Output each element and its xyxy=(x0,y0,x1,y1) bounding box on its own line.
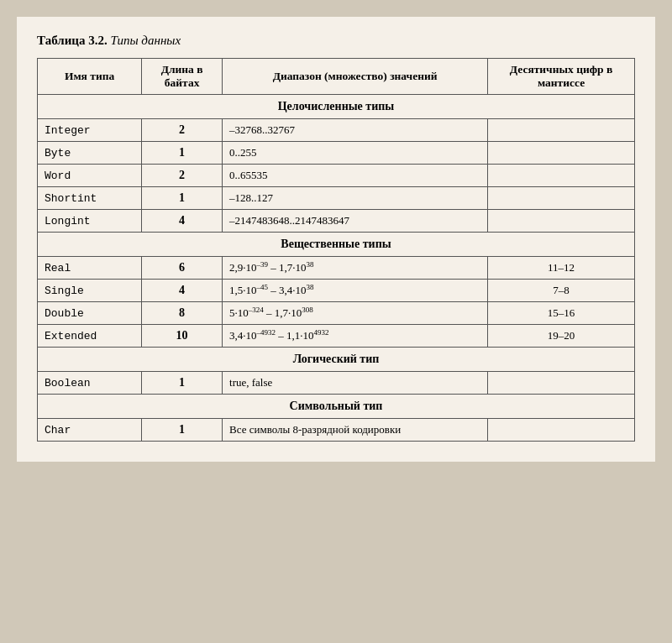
page: Таблица 3.2. Типы данных Имя типа Длина … xyxy=(17,17,655,462)
type-digits-cell xyxy=(488,210,635,233)
type-size-cell: 1 xyxy=(142,142,223,165)
type-digits-cell: 15–16 xyxy=(488,302,635,325)
type-name-cell: Integer xyxy=(38,119,142,142)
type-size-cell: 8 xyxy=(142,302,223,325)
type-name-cell: Double xyxy=(38,302,142,325)
table-row: Word20..65535 xyxy=(38,165,635,187)
table-row: Real62,9·10–39 – 1,7·103811–12 xyxy=(38,257,635,280)
type-digits-cell: 11–12 xyxy=(488,257,635,280)
header-size: Длина в байтах xyxy=(142,59,223,95)
type-digits-cell: 7–8 xyxy=(488,280,635,302)
title-number: Таблица 3.2. xyxy=(37,34,108,47)
section-header-0: Целочисленные типы xyxy=(38,95,635,119)
type-size-cell: 1 xyxy=(142,419,223,442)
type-range-cell: 0..255 xyxy=(223,142,488,165)
type-size-cell: 4 xyxy=(142,210,223,233)
table-row: Integer2–32768..32767 xyxy=(38,119,635,142)
type-range-cell: true, false xyxy=(223,372,488,395)
type-digits-cell xyxy=(488,419,635,442)
type-name-cell: Extended xyxy=(38,325,142,348)
type-name-cell: Shortint xyxy=(38,187,142,210)
table-row: Longint4–2147483648..2147483647 xyxy=(38,210,635,233)
data-types-table: Имя типа Длина в байтах Диапазон (множес… xyxy=(37,58,635,442)
type-range-cell: 1,5·10–45 – 3,4·1038 xyxy=(223,280,488,302)
type-range-cell: 2,9·10–39 – 1,7·1038 xyxy=(223,257,488,280)
section-title-0: Целочисленные типы xyxy=(38,95,635,119)
section-header-1: Вещественные типы xyxy=(38,233,635,257)
type-digits-cell xyxy=(488,119,635,142)
section-header-3: Символьный тип xyxy=(38,395,635,419)
type-name-cell: Longint xyxy=(38,210,142,233)
type-digits-cell xyxy=(488,165,635,187)
table-row: Shortint1–128..127 xyxy=(38,187,635,210)
type-digits-cell xyxy=(488,372,635,395)
section-title-1: Вещественные типы xyxy=(38,233,635,257)
type-range-cell: –32768..32767 xyxy=(223,119,488,142)
type-digits-cell: 19–20 xyxy=(488,325,635,348)
title-text: Типы данных xyxy=(108,34,181,47)
type-range-cell: 5·10–324 – 1,7·10308 xyxy=(223,302,488,325)
type-name-cell: Word xyxy=(38,165,142,187)
type-range-cell: 3,4·10–4932 – 1,1·104932 xyxy=(223,325,488,348)
type-size-cell: 2 xyxy=(142,165,223,187)
type-size-cell: 2 xyxy=(142,119,223,142)
section-title-2: Логический тип xyxy=(38,348,635,372)
table-row: Single41,5·10–45 – 3,4·10387–8 xyxy=(38,280,635,302)
table-header-row: Имя типа Длина в байтах Диапазон (множес… xyxy=(38,59,635,95)
type-size-cell: 6 xyxy=(142,257,223,280)
table-row: Double85·10–324 – 1,7·1030815–16 xyxy=(38,302,635,325)
type-digits-cell xyxy=(488,142,635,165)
type-name-cell: Boolean xyxy=(38,372,142,395)
header-name: Имя типа xyxy=(38,59,142,95)
type-name-cell: Char xyxy=(38,419,142,442)
table-row: Boolean1true, false xyxy=(38,372,635,395)
type-range-cell: 0..65535 xyxy=(223,165,488,187)
table-row: Char1Все символы 8-разрядной кодировки xyxy=(38,419,635,442)
type-size-cell: 1 xyxy=(142,187,223,210)
type-range-cell: –128..127 xyxy=(223,187,488,210)
type-name-cell: Real xyxy=(38,257,142,280)
type-size-cell: 1 xyxy=(142,372,223,395)
table-row: Byte10..255 xyxy=(38,142,635,165)
table-title: Таблица 3.2. Типы данных xyxy=(37,34,635,48)
section-title-3: Символьный тип xyxy=(38,395,635,419)
type-size-cell: 10 xyxy=(142,325,223,348)
type-name-cell: Byte xyxy=(38,142,142,165)
header-digits: Десятичных цифр в мантиссе xyxy=(488,59,635,95)
type-name-cell: Single xyxy=(38,280,142,302)
type-digits-cell xyxy=(488,187,635,210)
type-range-cell: Все символы 8-разрядной кодировки xyxy=(223,419,488,442)
type-range-cell: –2147483648..2147483647 xyxy=(223,210,488,233)
type-size-cell: 4 xyxy=(142,280,223,302)
table-row: Extended103,4·10–4932 – 1,1·10493219–20 xyxy=(38,325,635,348)
header-range: Диапазон (множество) значений xyxy=(223,59,488,95)
section-header-2: Логический тип xyxy=(38,348,635,372)
